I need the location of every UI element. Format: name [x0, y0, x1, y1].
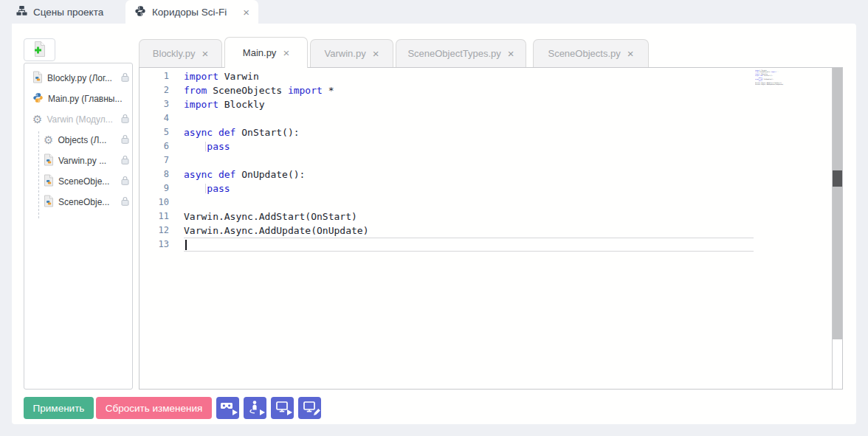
tree-item-blockly[interactable]: Blockly.py (Лог...	[24, 68, 132, 89]
add-file-icon	[32, 41, 46, 60]
tree-item-main[interactable]: Main.py (Главны...	[24, 89, 132, 109]
editor-tab-label: Blockly.py	[153, 48, 196, 59]
tree-item-label: Varwin (Модул...	[46, 114, 117, 125]
tree-item-varwin-py[interactable]: Varwin.py ...	[24, 150, 132, 171]
editor-tab-sceneobjecttypes[interactable]: SceneObjectTypes.py ×	[396, 39, 526, 67]
app-window: Сцены проекта Коридоры Sci-Fi ×	[0, 0, 868, 436]
python-file-icon	[44, 174, 54, 189]
window-tab-scenes[interactable]: Сцены проекта	[7, 0, 125, 24]
editor-tab-label: Main.py	[243, 47, 277, 58]
run-vr-button[interactable]	[216, 397, 239, 419]
tree-item-label: SceneObje...	[58, 197, 117, 207]
tree-item-label: Objects (Л...	[58, 135, 117, 145]
lock-icon	[121, 114, 129, 125]
editor-tab-sceneobjects[interactable]: SceneObjects.py ×	[533, 39, 649, 67]
editor-tab-label: SceneObjects.py	[548, 48, 620, 59]
tab-close-icon[interactable]: ×	[508, 48, 514, 59]
python-file-icon	[44, 195, 54, 210]
scrollbar-thumb[interactable]	[833, 170, 842, 187]
python-file-icon	[32, 71, 43, 86]
minimap[interactable]: import Varwinfrom SceneObjects import *i…	[755, 69, 789, 94]
tab-close-icon[interactable]: ×	[627, 48, 634, 59]
object-tree: Blockly.py (Лог... Main.py (Главны... ⚙ …	[24, 63, 133, 390]
window-tab-project[interactable]: Коридоры Sci-Fi ×	[125, 0, 258, 24]
tree-item-varwin-module[interactable]: ⚙ Varwin (Модул...	[24, 109, 132, 130]
lock-icon	[121, 134, 129, 146]
line-numbers: 12345678910111213	[140, 68, 184, 389]
lock-icon	[121, 196, 129, 208]
tree-item-label: Main.py (Главны...	[48, 94, 129, 104]
code-lines[interactable]: import Varwinfrom SceneObjects import *i…	[184, 68, 832, 389]
project-panel: Blockly.py (Лог... Main.py (Главны... ⚙ …	[12, 24, 856, 424]
close-icon[interactable]: ×	[243, 7, 249, 18]
tree-item-objects[interactable]: ⚙ Objects (Л...	[24, 130, 132, 150]
run-spectator-button[interactable]	[244, 397, 266, 419]
lock-icon	[121, 155, 129, 167]
editor-tab-blockly[interactable]: Blockly.py ×	[139, 39, 222, 67]
gear-icon: ⚙	[44, 135, 53, 146]
python-file-icon	[44, 153, 54, 168]
tab-close-icon[interactable]: ×	[283, 47, 289, 58]
window-tab-label: Коридоры Sci-Fi	[152, 7, 227, 18]
code-editor[interactable]: 12345678910111213 import Varwinfrom Scen…	[139, 67, 843, 390]
editor-tab-varwin[interactable]: Varwin.py ×	[310, 39, 393, 67]
play-arrow-icon	[287, 409, 292, 415]
pencil-icon	[314, 406, 320, 418]
run-desktop-button[interactable]	[271, 397, 294, 419]
apply-button[interactable]: Применить	[24, 397, 94, 419]
tab-close-icon[interactable]: ×	[373, 48, 379, 59]
scrollbar-track[interactable]	[833, 68, 842, 339]
play-arrow-icon	[232, 409, 238, 415]
editor-tab-label: SceneObjectTypes.py	[407, 48, 500, 59]
add-file-button[interactable]	[24, 38, 55, 61]
window-tab-label: Сцены проекта	[33, 7, 103, 18]
reset-changes-button[interactable]: Сбросить изменения	[96, 397, 212, 419]
gear-icon: ⚙	[32, 114, 42, 125]
tree-item-label: Blockly.py (Лог...	[47, 73, 117, 83]
edit-desktop-button[interactable]	[298, 397, 321, 419]
tree-item-label: Varwin.py ...	[58, 156, 117, 166]
tree-item-label: SceneObje...	[58, 176, 117, 187]
lock-icon	[121, 176, 129, 187]
python-icon	[32, 92, 44, 105]
tab-close-icon[interactable]: ×	[202, 48, 208, 59]
lock-icon	[121, 72, 129, 84]
editor-tab-label: Varwin.py	[325, 48, 366, 59]
tree-item-sceneobjecttypes[interactable]: SceneObje...	[24, 171, 132, 192]
python-icon	[134, 5, 146, 19]
editor-tab-main[interactable]: Main.py ×	[224, 37, 308, 68]
tree-item-sceneobjects[interactable]: SceneObje...	[24, 192, 132, 212]
editor-scrollbar[interactable]	[832, 68, 842, 389]
play-arrow-icon	[260, 409, 265, 415]
sitemap-icon	[16, 5, 27, 18]
